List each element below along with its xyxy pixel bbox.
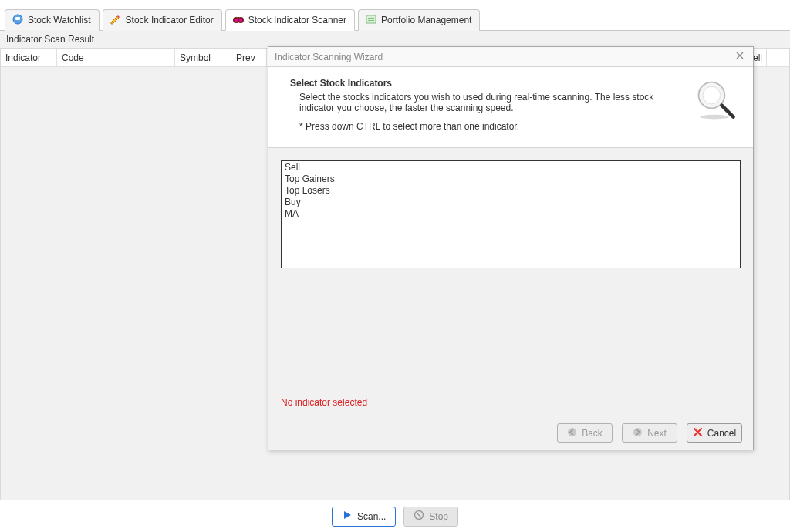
svg-rect-8 [368, 18, 374, 19]
indicator-listbox[interactable]: Sell Top Gainers Top Losers Buy MA [281, 160, 741, 268]
tab-portfolio-management[interactable]: Portfolio Management [358, 9, 480, 31]
cancel-icon [693, 427, 703, 439]
dialog-header: Select Stock Indicators Select the stock… [268, 67, 753, 148]
portfolio-icon [365, 13, 377, 28]
binoculars-icon [232, 12, 245, 27]
dialog-hint: * Press down CTRL to select more than on… [290, 121, 685, 132]
scan-button[interactable]: Scan... [332, 507, 396, 527]
col-symbol[interactable]: Symbol [175, 49, 231, 66]
svg-line-11 [417, 513, 421, 517]
play-icon [342, 510, 353, 523]
tab-stock-indicator-editor[interactable]: Stock Indicator Editor [103, 9, 222, 31]
indicator-scanning-wizard-dialog: Indicator Scanning Wizard Select Stock I… [268, 46, 754, 450]
svg-rect-6 [238, 17, 239, 19]
button-label: Cancel [707, 428, 736, 439]
dialog-titlebar: Indicator Scanning Wizard [268, 47, 753, 67]
watchlist-icon [12, 13, 24, 28]
pencil-icon [110, 13, 122, 28]
stop-icon [414, 510, 424, 523]
list-item[interactable]: Top Losers [283, 185, 738, 197]
back-arrow-icon [567, 427, 577, 439]
close-icon[interactable] [733, 49, 747, 65]
svg-point-14 [703, 86, 721, 104]
list-item[interactable]: Top Gainers [283, 173, 738, 185]
svg-point-15 [568, 428, 576, 436]
svg-rect-1 [15, 17, 20, 20]
svg-point-4 [235, 19, 238, 22]
magnifier-icon [693, 78, 739, 124]
tab-label: Portfolio Management [381, 15, 471, 25]
button-label: Back [582, 428, 603, 439]
button-label: Stop [429, 511, 448, 522]
status-message: No indicator selected [281, 396, 741, 412]
tab-stock-watchlist[interactable]: Stock Watchlist [5, 9, 100, 31]
button-label: Next [647, 428, 667, 439]
dialog-title-text: Indicator Scanning Wizard [275, 52, 383, 62]
back-button: Back [557, 423, 613, 443]
svg-point-12 [700, 115, 729, 120]
svg-point-5 [239, 19, 242, 22]
main-tabbar: Stock Watchlist Stock Indicator Editor S… [0, 0, 790, 31]
dialog-body: Sell Top Gainers Top Losers Buy MA No in… [268, 148, 753, 416]
svg-rect-9 [368, 20, 374, 21]
button-label: Scan... [357, 511, 386, 522]
col-indicator[interactable]: Indicator [1, 49, 57, 66]
bottom-action-bar: Scan... Stop [0, 500, 790, 532]
col-prev[interactable]: Prev [231, 49, 267, 66]
dialog-description: Select the stocks indicators you wish to… [290, 92, 660, 113]
tab-label: Stock Indicator Editor [126, 15, 214, 25]
cancel-button[interactable]: Cancel [687, 423, 742, 443]
col-code[interactable]: Code [57, 49, 175, 66]
tab-stock-indicator-scanner[interactable]: Stock Indicator Scanner [225, 9, 355, 31]
dialog-heading: Select Stock Indicators [290, 78, 685, 89]
next-button: Next [622, 423, 677, 443]
list-item[interactable]: MA [283, 208, 738, 220]
next-arrow-icon [633, 427, 643, 439]
list-item[interactable]: Buy [283, 197, 738, 208]
dialog-footer: Back Next Cancel [268, 416, 753, 450]
tab-label: Stock Indicator Scanner [248, 15, 346, 25]
svg-rect-7 [366, 15, 376, 23]
stop-button: Stop [403, 507, 458, 527]
svg-point-16 [633, 428, 642, 436]
list-item[interactable]: Sell [283, 162, 738, 173]
tab-label: Stock Watchlist [28, 15, 91, 25]
